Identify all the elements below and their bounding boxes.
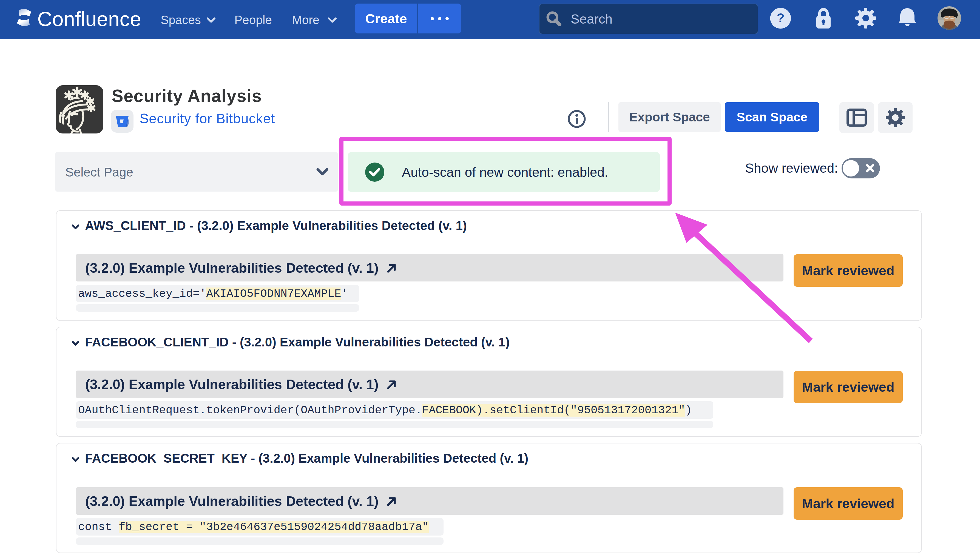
svg-text:?: ? [776, 11, 784, 25]
